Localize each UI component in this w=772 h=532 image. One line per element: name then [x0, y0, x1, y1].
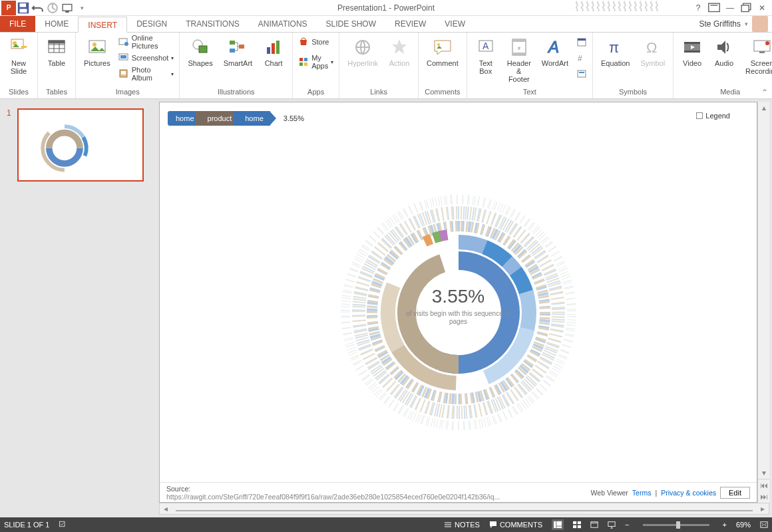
ribbon-display-options-icon[interactable] — [707, 1, 721, 15]
zoom-level[interactable]: 69% — [736, 521, 751, 529]
view-normal-icon[interactable] — [552, 519, 564, 530]
terms-link[interactable]: Terms — [632, 489, 652, 497]
scroll-up-icon[interactable]: ▴ — [758, 102, 769, 114]
view-slideshow-icon[interactable] — [608, 521, 616, 529]
store-button[interactable]: Store — [298, 35, 333, 49]
object-button[interactable] — [576, 67, 587, 80]
status-bar: SLIDE 1 OF 1 NOTES COMMENTS − + 69% — [0, 517, 772, 532]
slide-counter[interactable]: SLIDE 1 OF 1 — [4, 521, 49, 529]
breadcrumb-pct: 3.55% — [284, 114, 304, 122]
pictures-label: Pictures — [84, 59, 110, 75]
redo-icon[interactable] — [45, 1, 60, 15]
privacy-link[interactable]: Privacy & cookies — [661, 489, 716, 497]
edit-button[interactable]: Edit — [720, 487, 750, 499]
svg-rect-20 — [121, 71, 126, 74]
photo-album-button[interactable]: Photo Album▾ — [118, 67, 174, 80]
tab-home[interactable]: HOME — [35, 16, 78, 32]
zoom-slider[interactable] — [643, 524, 709, 526]
wordart-button[interactable]: AWordArt — [539, 35, 571, 76]
tab-transitions[interactable]: TRANSITIONS — [176, 16, 249, 32]
powerpoint-app-icon[interactable]: P — [1, 1, 16, 15]
webviewer-label: Web Viewer — [591, 489, 628, 497]
screen-recording-button[interactable]: Screen Recording — [743, 35, 772, 76]
help-icon[interactable]: ? — [691, 1, 705, 15]
tab-review[interactable]: REVIEW — [385, 16, 435, 32]
thumbnail-preview[interactable] — [17, 108, 144, 182]
spell-check-icon[interactable] — [59, 520, 67, 529]
chart-button[interactable]: Chart — [260, 35, 287, 76]
hscroll-thumb[interactable] — [176, 510, 753, 511]
text-box-button[interactable]: AText Box — [473, 35, 499, 76]
svg-rect-7 — [741, 5, 749, 11]
tab-view[interactable]: VIEW — [435, 16, 475, 32]
header-footer-button[interactable]: #Header & Footer — [504, 35, 534, 84]
breadcrumb-3[interactable]: home — [233, 111, 270, 126]
pictures-button[interactable]: Pictures — [81, 35, 113, 76]
scroll-right-icon[interactable]: ▸ — [757, 503, 769, 514]
svg-text:Ω: Ω — [646, 39, 657, 56]
new-slide-button[interactable]: New Slide — [5, 35, 32, 76]
minimize-icon[interactable]: — — [723, 1, 737, 15]
svg-rect-83 — [573, 525, 576, 528]
group-text: AText Box #Header & Footer AWordArt # Te… — [467, 33, 593, 98]
view-sorter-icon[interactable] — [573, 521, 581, 529]
screenshot-button[interactable]: Screenshot▾ — [118, 51, 174, 65]
svg-rect-79 — [556, 521, 562, 526]
qat-customize-icon[interactable]: ▾ — [75, 1, 89, 15]
vertical-scrollbar[interactable]: ▴ ▾ ⏮ ⏭ — [757, 102, 769, 503]
next-slide-icon[interactable]: ⏭ — [758, 491, 769, 503]
sunburst-chart[interactable]: 3.55% of visits begin with this sequence… — [160, 129, 757, 482]
equation-button[interactable]: πEquation — [598, 35, 632, 76]
scroll-left-icon[interactable]: ◂ — [160, 503, 172, 514]
close-icon[interactable]: ✕ — [755, 1, 769, 15]
workspace: 1 home product home 3.55% Lege — [0, 99, 772, 517]
online-pictures-button[interactable]: Online Pictures — [118, 35, 174, 49]
slide-number-button[interactable]: # — [576, 51, 587, 65]
checkbox-icon — [696, 112, 703, 119]
legend-toggle[interactable]: Legend — [696, 112, 730, 120]
slide-canvas[interactable]: home product home 3.55% Legend — [159, 102, 757, 503]
my-apps-button[interactable]: My Apps▾ — [298, 55, 333, 68]
tab-design[interactable]: DESIGN — [127, 16, 176, 32]
account-area[interactable]: Ste Griffiths ▾ — [699, 16, 772, 32]
start-from-beginning-icon[interactable] — [60, 1, 75, 15]
view-reading-icon[interactable] — [590, 521, 598, 529]
horizontal-scrollbar[interactable]: ◂ ▸ — [159, 503, 769, 515]
zoom-knob[interactable] — [676, 521, 680, 529]
undo-icon[interactable] — [31, 1, 45, 15]
tab-slideshow[interactable]: SLIDE SHOW — [317, 16, 385, 32]
window-controls: ? — ✕ — [691, 1, 772, 15]
group-apps-label: Apps — [307, 88, 324, 97]
thumbnail-1[interactable]: 1 — [7, 108, 150, 182]
smartart-button[interactable]: SmartArt — [221, 35, 255, 76]
shapes-button[interactable]: Shapes — [185, 35, 215, 76]
restore-icon[interactable] — [739, 1, 753, 15]
tab-file[interactable]: FILE — [0, 16, 35, 32]
avatar[interactable] — [752, 16, 768, 32]
comment-button[interactable]: Comment — [424, 35, 461, 76]
collapse-ribbon-icon[interactable]: ⌃ — [761, 88, 768, 97]
video-button[interactable]: Video — [679, 35, 705, 76]
svg-rect-38 — [512, 39, 526, 42]
tab-animations[interactable]: ANIMATIONS — [249, 16, 317, 32]
audio-button[interactable]: Audio — [711, 35, 737, 76]
table-button[interactable]: Table — [43, 35, 70, 76]
save-icon[interactable] — [16, 1, 31, 15]
group-comments: Comment Comments — [419, 33, 467, 98]
zoom-out-icon[interactable]: − — [625, 521, 629, 529]
breadcrumb-2[interactable]: product — [196, 111, 239, 126]
comments-button[interactable]: COMMENTS — [489, 521, 542, 529]
fit-to-window-icon[interactable] — [760, 521, 768, 529]
scroll-down-icon[interactable]: ▾ — [758, 467, 769, 479]
prev-slide-icon[interactable]: ⏮ — [758, 479, 769, 491]
svg-rect-4 — [63, 4, 72, 11]
zoom-in-icon[interactable]: + — [723, 521, 727, 529]
svg-rect-86 — [608, 522, 615, 527]
tab-insert[interactable]: INSERT — [78, 17, 127, 33]
date-time-button[interactable] — [576, 35, 587, 49]
svg-rect-54 — [759, 51, 765, 53]
notes-button[interactable]: NOTES — [444, 521, 480, 529]
group-symbols-label: Symbols — [619, 88, 647, 97]
svg-rect-32 — [304, 63, 307, 66]
title-decoration: ⌇⌇⌇⌇⌇⌇⌇⌇⌇⌇⌇⌇⌇⌇⌇⌇ — [574, 0, 659, 15]
